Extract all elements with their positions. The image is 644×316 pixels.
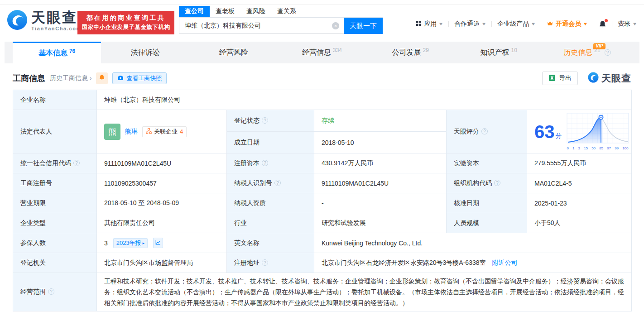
section-title: 工商信息 bbox=[13, 73, 45, 84]
score-cell: 63分 bbox=[527, 110, 632, 153]
camera-icon bbox=[117, 75, 124, 82]
username: 费米 bbox=[618, 20, 630, 28]
table-row: 企业类型 其他有限责任公司 行业 研究和试验发展 人员规模 小于50人 bbox=[13, 213, 632, 233]
monitor-bell-button[interactable] bbox=[96, 72, 108, 84]
top-navigation: 应用 ▼ 合作通道 ▼ 企业级产品 ▼ 开通会员 ▼ bbox=[416, 20, 637, 28]
annual-report-badge[interactable]: 2023年报 ▸ bbox=[113, 238, 148, 248]
tab-company-development[interactable]: 公司发展 29 bbox=[366, 42, 455, 63]
nav-user-menu[interactable]: 费米 ▼ bbox=[618, 20, 637, 28]
help-icon[interactable]: ? bbox=[262, 259, 268, 266]
field-label: 注册资本? bbox=[227, 153, 314, 173]
help-icon[interactable]: ? bbox=[73, 160, 80, 166]
nav-enterprise[interactable]: 企业级产品 ▼ bbox=[497, 20, 535, 28]
field-label: 注册地址? bbox=[227, 253, 314, 273]
field-label: 工商注册号 bbox=[13, 173, 97, 193]
search-button[interactable]: 天眼一下 bbox=[344, 18, 383, 34]
table-row: 企业名称 坤维（北京）科技有限公司 bbox=[13, 90, 632, 110]
view-business-snapshot-button[interactable]: 查看工商快照 bbox=[112, 72, 167, 84]
search-area: 查公司 查老板 查风险 查关系 × 天眼一下 bbox=[179, 6, 383, 34]
search-tab-risk[interactable]: 查风险 bbox=[240, 6, 271, 17]
chevron-right-icon: ▸ bbox=[143, 241, 145, 245]
nav-open-vip[interactable]: 开通会员 ▼ bbox=[547, 20, 587, 28]
tianyancha-company-page: 天眼查 TianYanCha.com 都在用的商业查询工具 国家中小企业发展子基… bbox=[0, 0, 644, 311]
legal-rep-cell: 熊 熊琳 关联企业 4 bbox=[97, 110, 227, 153]
search-tab-boss[interactable]: 查老板 bbox=[210, 6, 240, 17]
field-label: 参保人数 bbox=[13, 233, 97, 253]
field-label: 企业名称 bbox=[13, 90, 97, 110]
site-logo[interactable]: 天眼查 TianYanCha.com bbox=[7, 10, 82, 32]
org-chart-icon bbox=[146, 128, 152, 135]
notifications-bell[interactable] bbox=[599, 20, 606, 28]
help-icon[interactable]: ? bbox=[494, 180, 500, 186]
tab-operation-info[interactable]: 经营信息 334 bbox=[278, 42, 366, 63]
company-name-value: 坤维（北京）科技有限公司 bbox=[97, 90, 632, 110]
industry-value: 研究和试验发展 bbox=[314, 213, 447, 233]
reg-authority-value: 北京市门头沟区市场监督管理局 bbox=[97, 253, 227, 273]
legal-rep-avatar[interactable]: 熊 bbox=[104, 124, 120, 140]
nav-partner[interactable]: 合作通道 ▼ bbox=[454, 20, 486, 28]
vip-badge: VIP bbox=[593, 43, 605, 49]
reg-status-value: 存续 bbox=[314, 110, 447, 132]
help-icon[interactable]: ? bbox=[605, 49, 611, 56]
tianyancha-logo-icon bbox=[7, 10, 28, 32]
table-row: 工商注册号 110109025300457 纳税人识别号? 91110109MA… bbox=[13, 173, 632, 193]
insured-count-cell: 3 2023年报 ▸ bbox=[97, 233, 227, 253]
legal-rep-name-link[interactable]: 熊琳 bbox=[125, 128, 138, 136]
tab-intellectual-property[interactable]: 知识产权 10 bbox=[455, 42, 543, 63]
reg-no-value: 110109025300457 bbox=[97, 173, 227, 193]
top-divider bbox=[0, 5, 644, 5]
tab-history-info[interactable]: 历史信息 21 ? VIP bbox=[543, 42, 631, 63]
nav-apps[interactable]: 应用 ▼ bbox=[416, 20, 443, 28]
reg-capital-value: 430.9142万人民币 bbox=[314, 153, 447, 173]
reg-address-cell: 北京市门头沟区石龙经济开发区永安路20号3号楼A-6338室 附近公司 bbox=[314, 253, 632, 273]
tianyancha-score: 63分 bbox=[534, 123, 562, 141]
chevron-down-icon: ▼ bbox=[632, 22, 638, 26]
score-chart-axis: 01 315 5085 9799 100 bbox=[567, 146, 629, 150]
business-info-section-header: 工商信息 历史工商信息 › 查看工商快照 bbox=[13, 70, 631, 87]
field-label: 行业 bbox=[227, 213, 314, 233]
search-tab-relation[interactable]: 查关系 bbox=[271, 6, 302, 17]
nearby-companies-link[interactable]: 附近公司 bbox=[492, 259, 517, 266]
logo-domain: TianYanCha.com bbox=[31, 26, 82, 31]
help-icon[interactable]: ? bbox=[274, 180, 281, 186]
table-row: 统一社会信用代码? 91110109MA01C2L45U 注册资本? 430.9… bbox=[13, 153, 632, 173]
field-label: 企业类型 bbox=[13, 213, 97, 233]
tab-operation-risk[interactable]: 经营风险 bbox=[189, 42, 278, 63]
notification-dot bbox=[605, 19, 608, 22]
tab-basic-info[interactable]: 基本信息 76 bbox=[13, 42, 101, 63]
chevron-down-icon: ▼ bbox=[583, 22, 588, 26]
help-icon[interactable]: ? bbox=[262, 117, 268, 124]
help-icon[interactable]: ? bbox=[262, 160, 268, 166]
field-label: 核准日期 bbox=[447, 193, 527, 213]
excel-icon bbox=[548, 74, 556, 83]
field-label: 营业期限 bbox=[13, 193, 97, 213]
business-info-table: 企业名称 坤维（北京）科技有限公司 法定代表人 熊 熊琳 bbox=[13, 90, 632, 311]
clear-search-icon[interactable]: × bbox=[332, 22, 339, 29]
help-icon[interactable]: ? bbox=[48, 288, 54, 295]
table-row: 经营范围? 工程和技术研究；软件开发；技术开发、技术推广、技术转让、技术咨询、技… bbox=[13, 273, 632, 311]
table-row: 登记机关 北京市门头沟区市场监督管理局 注册地址? 北京市门头沟区石龙经济开发区… bbox=[13, 253, 632, 273]
table-row: 营业期限 2018-05-10 至 2048-05-09 纳税人资质 - 核准日… bbox=[13, 193, 632, 213]
divider bbox=[541, 21, 541, 27]
chevron-down-icon: ▼ bbox=[438, 22, 444, 26]
crown-icon bbox=[547, 20, 553, 28]
credit-code-value: 91110109MA01C2L45U bbox=[97, 153, 227, 173]
search-tab-company[interactable]: 查公司 bbox=[179, 6, 210, 17]
search-input[interactable] bbox=[179, 18, 344, 34]
export-button[interactable]: 导出 bbox=[542, 72, 578, 85]
chevron-down-icon: ▼ bbox=[481, 22, 487, 26]
paid-capital-value: 279.5555万人民币 bbox=[527, 153, 632, 173]
field-label: 经营范围? bbox=[13, 273, 97, 311]
field-label: 登记机关 bbox=[13, 253, 97, 273]
staff-size-value: 小于50人 bbox=[527, 213, 632, 233]
tianyancha-watermark: 天眼查 bbox=[588, 72, 631, 85]
field-label: 登记状态? bbox=[227, 110, 314, 132]
line-chart-icon bbox=[155, 239, 161, 246]
apps-grid-icon bbox=[416, 20, 422, 28]
related-companies-badge[interactable]: 关联企业 4 bbox=[142, 126, 187, 137]
history-business-info-link[interactable]: 历史工商信息 › bbox=[50, 74, 91, 82]
tab-legal-proceedings[interactable]: 法律诉讼 bbox=[101, 42, 189, 63]
field-label: 成立日期 bbox=[227, 132, 314, 153]
help-icon[interactable]: ? bbox=[481, 128, 488, 134]
trend-chart-button[interactable] bbox=[153, 238, 163, 248]
